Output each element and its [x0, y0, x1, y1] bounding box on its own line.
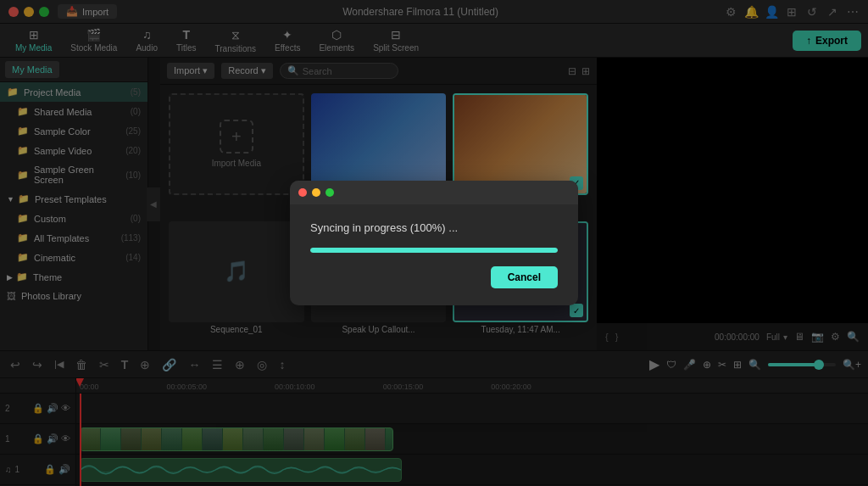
modal-actions: Cancel [310, 266, 558, 288]
modal-overlay: Syncing in progress (100%) ... Cancel [0, 0, 868, 486]
modal-minimize[interactable] [312, 188, 320, 197]
progress-bar-fill [310, 248, 558, 253]
sync-modal: Syncing in progress (100%) ... Cancel [290, 181, 578, 305]
modal-titlebar [290, 181, 578, 204]
modal-maximize[interactable] [326, 188, 334, 197]
progress-bar-bg [310, 248, 558, 253]
modal-close[interactable] [298, 188, 307, 197]
cancel-button[interactable]: Cancel [491, 266, 558, 288]
modal-body: Syncing in progress (100%) ... Cancel [290, 204, 578, 305]
modal-title: Syncing in progress (100%) ... [310, 221, 558, 234]
